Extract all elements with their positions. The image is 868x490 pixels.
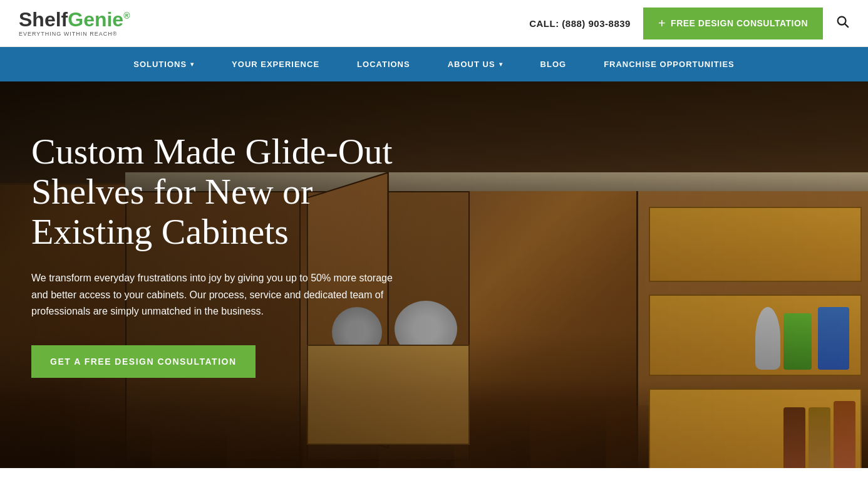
cta-button-label: FREE DESIGN CONSULTATION [671,18,808,28]
nav-item-franchise[interactable]: FRANCHISE OPPORTUNITIES [585,47,753,81]
nav-experience-label: YOUR EXPERIENCE [232,60,319,69]
phone-number: CALL: (888) 903-8839 [529,18,631,29]
hero-description: We transform everyday frustrations into … [31,270,407,320]
nav-item-about[interactable]: ABOUT US ▾ [429,47,522,81]
search-icon[interactable] [835,14,849,32]
nav-item-locations[interactable]: LOCATIONS [338,47,429,81]
nav-franchise-label: FRANCHISE OPPORTUNITIES [604,60,735,69]
logo-tagline: EVERYTHING WITHIN REACH® [19,31,130,37]
free-consultation-button[interactable]: + FREE DESIGN CONSULTATION [643,8,823,39]
chevron-down-icon: ▾ [190,61,194,68]
header-right: CALL: (888) 903-8839 + FREE DESIGN CONSU… [529,8,849,39]
hero-content: Custom Made Glide-Out Shelves for New or… [0,81,438,409]
plus-icon: + [658,16,666,31]
svg-line-1 [845,24,848,27]
site-header: ShelfGenie® EVERYTHING WITHIN REACH® CAL… [0,0,868,47]
logo[interactable]: ShelfGenie® EVERYTHING WITHIN REACH® [19,9,130,37]
main-nav: SOLUTIONS ▾ YOUR EXPERIENCE LOCATIONS AB… [0,47,868,81]
nav-item-experience[interactable]: YOUR EXPERIENCE [213,47,338,81]
chevron-down-icon: ▾ [499,61,503,68]
nav-item-solutions[interactable]: SOLUTIONS ▾ [115,47,213,81]
logo-registered: ® [123,11,130,21]
hero-title: Custom Made Glide-Out Shelves for New or… [31,132,407,251]
nav-item-blog[interactable]: BLOG [522,47,586,81]
hero-section: Custom Made Glide-Out Shelves for New or… [0,81,868,468]
hero-cta-button[interactable]: GET A FREE DESIGN CONSULTATION [31,345,256,378]
logo-shelf: Shelf [19,8,68,31]
nav-locations-label: LOCATIONS [357,60,410,69]
logo-genie: Genie [68,8,123,31]
nav-solutions-label: SOLUTIONS [133,60,187,69]
nav-about-label: ABOUT US [448,60,495,69]
nav-blog-label: BLOG [540,60,567,69]
